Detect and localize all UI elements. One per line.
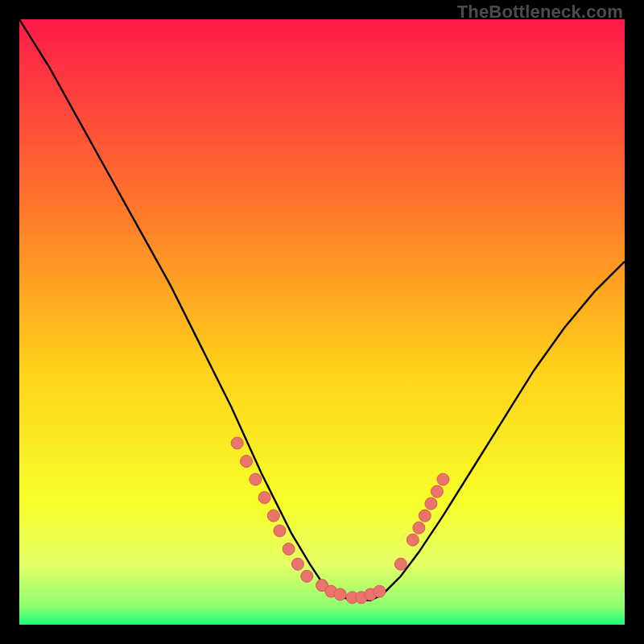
marker-dot bbox=[413, 522, 425, 534]
marker-dot bbox=[267, 510, 279, 522]
marker-dot bbox=[419, 510, 431, 522]
marker-dot bbox=[394, 558, 407, 570]
gradient-rect bbox=[19, 19, 625, 625]
chart-frame bbox=[19, 19, 625, 625]
marker-dot bbox=[274, 525, 286, 537]
marker-dot bbox=[241, 456, 253, 468]
marker-dot bbox=[258, 492, 270, 504]
marker-dot bbox=[283, 543, 295, 555]
marker-dot bbox=[425, 497, 437, 510]
gradient-plot bbox=[19, 19, 625, 625]
marker-dot bbox=[291, 558, 303, 570]
marker-dot bbox=[431, 485, 443, 497]
watermark-text: TheBottleneck.com bbox=[457, 2, 623, 23]
marker-dot bbox=[407, 534, 419, 546]
marker-dot bbox=[231, 437, 243, 449]
marker-dot bbox=[250, 473, 262, 485]
marker-dot bbox=[374, 585, 386, 597]
marker-dot bbox=[334, 588, 346, 601]
marker-dot bbox=[301, 570, 313, 582]
marker-dot bbox=[437, 473, 449, 485]
